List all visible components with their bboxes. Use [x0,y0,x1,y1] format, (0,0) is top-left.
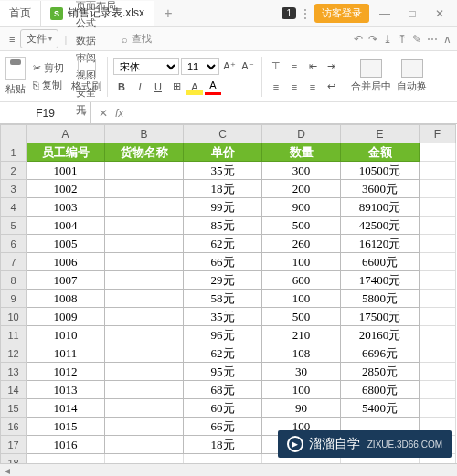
cell-price[interactable]: 35元 [184,308,262,326]
cell-amt[interactable]: 42500元 [341,217,420,235]
cell-name[interactable] [105,308,184,326]
cell-id[interactable]: 1012 [27,363,105,381]
indent-left-button[interactable]: ⇤ [304,58,321,75]
row-header-14[interactable]: 14 [1,381,27,399]
cell-qty[interactable]: 90 [262,399,341,418]
tab-add[interactable]: + [154,5,182,22]
decrease-font-button[interactable]: A⁻ [239,58,256,75]
cell-empty[interactable] [420,235,456,253]
cell-id[interactable]: 1006 [27,253,105,271]
menu-item-2[interactable]: 页面布局 [72,0,120,15]
cell-amt[interactable]: 6696元 [341,344,420,363]
table-header-cell[interactable]: 货物名称 [105,143,184,162]
cell-name[interactable] [105,271,184,290]
menubar-right-icon-3[interactable]: ⤒ [398,33,407,46]
cell-id[interactable]: 1014 [27,399,105,418]
cell-amt[interactable]: 2850元 [341,363,420,381]
table-header-cell[interactable]: 金额 [341,143,420,162]
merge-cells-button[interactable]: 合并居中 [351,59,391,93]
underline-button[interactable]: U [150,79,166,95]
cell-price[interactable]: 66元 [184,253,262,271]
cell-name[interactable] [105,290,184,308]
tab-home[interactable]: 首页 [0,1,41,26]
cell-price[interactable]: 62元 [184,235,262,253]
row-header-7[interactable]: 7 [1,253,27,271]
cell-price[interactable]: 62元 [184,344,262,363]
menu-hamburger-icon[interactable]: ≡ [5,32,18,47]
cell-amt[interactable]: 6800元 [341,381,420,399]
cell-empty[interactable] [420,308,456,326]
format-painter-icon[interactable] [78,59,96,78]
cell-id[interactable]: 1002 [27,180,105,198]
font-size-select[interactable]: 11 [181,58,219,75]
column-header-D[interactable]: D [262,125,341,143]
cell-name[interactable] [105,180,184,198]
row-header-12[interactable]: 12 [1,344,27,363]
minimize-button[interactable]: — [373,7,397,20]
cell-name[interactable] [105,418,184,436]
cell-price[interactable]: 58元 [184,290,262,308]
table-header-cell[interactable]: 数量 [262,143,341,162]
cell-id[interactable]: 1015 [27,418,105,436]
bold-button[interactable]: B [113,79,130,95]
cell-id[interactable]: 1003 [27,198,105,217]
cell-name[interactable] [105,235,184,253]
cell-price[interactable]: 18元 [184,180,262,198]
cell-qty[interactable]: 260 [262,235,341,253]
font-color-button[interactable]: A [205,79,221,95]
row-header-5[interactable]: 5 [1,217,27,235]
align-left-button[interactable]: ≡ [268,79,284,95]
cell-empty[interactable] [420,363,456,381]
column-header-B[interactable]: B [105,125,184,143]
column-header-C[interactable]: C [184,125,262,143]
menubar-right-icon-0[interactable]: ↶ [354,33,363,46]
cell-price[interactable]: 35元 [184,162,262,180]
notification-badge[interactable]: 1 [282,7,296,19]
row-header-16[interactable]: 16 [1,418,27,436]
cell-qty[interactable]: 210 [262,326,341,344]
cell-name[interactable] [105,162,184,180]
menu-item-3[interactable]: 公式 [72,15,120,32]
cell-qty[interactable]: 100 [262,253,341,271]
cell-price[interactable]: 85元 [184,217,262,235]
cell-name[interactable] [105,344,184,363]
row-header-4[interactable]: 4 [1,198,27,217]
cell-empty[interactable] [420,399,456,418]
menubar-right-icon-6[interactable]: ∧ [443,33,452,46]
cell-empty[interactable] [420,271,456,290]
cell-price[interactable]: 18元 [184,436,262,454]
row-header-2[interactable]: 2 [1,162,27,180]
row-header-15[interactable]: 15 [1,399,27,418]
cell-price[interactable]: 99元 [184,198,262,217]
cell-id[interactable]: 1001 [27,162,105,180]
cell-amt[interactable]: 5400元 [341,399,420,418]
search-box[interactable]: ⌕ 查找 [122,32,152,46]
cell-amt[interactable]: 89100元 [341,198,420,217]
align-top-button[interactable]: ⊤ [268,58,284,75]
align-right-button[interactable]: ≡ [304,79,321,95]
row-header-10[interactable]: 10 [1,308,27,326]
menubar-right-icon-4[interactable]: ✎ [412,33,421,46]
cell-empty[interactable] [420,253,456,271]
row-header-9[interactable]: 9 [1,290,27,308]
cell-amt[interactable]: 3600元 [341,180,420,198]
cell-empty[interactable] [420,180,456,198]
cell-amt[interactable]: 16120元 [341,235,420,253]
row-header-8[interactable]: 8 [1,271,27,290]
cell-name[interactable] [105,217,184,235]
cell-empty[interactable] [420,290,456,308]
cell-qty[interactable]: 100 [262,381,341,399]
login-button[interactable]: 访客登录 [314,4,369,23]
fx-cancel-icon[interactable]: ✕ [99,107,108,120]
autowrap-button[interactable]: 自动换 [397,59,427,93]
table-header-cell[interactable]: 单价 [184,143,262,162]
row-header-13[interactable]: 13 [1,363,27,381]
border-button[interactable]: ⊞ [168,79,185,95]
menu-item-4[interactable]: 数据 [72,32,120,49]
row-header-11[interactable]: 11 [1,326,27,344]
paste-icon[interactable] [5,57,26,80]
cell-price[interactable]: 95元 [184,363,262,381]
align-middle-button[interactable]: ≡ [286,58,303,75]
select-all-corner[interactable] [1,125,27,143]
cell-empty[interactable] [420,143,456,162]
